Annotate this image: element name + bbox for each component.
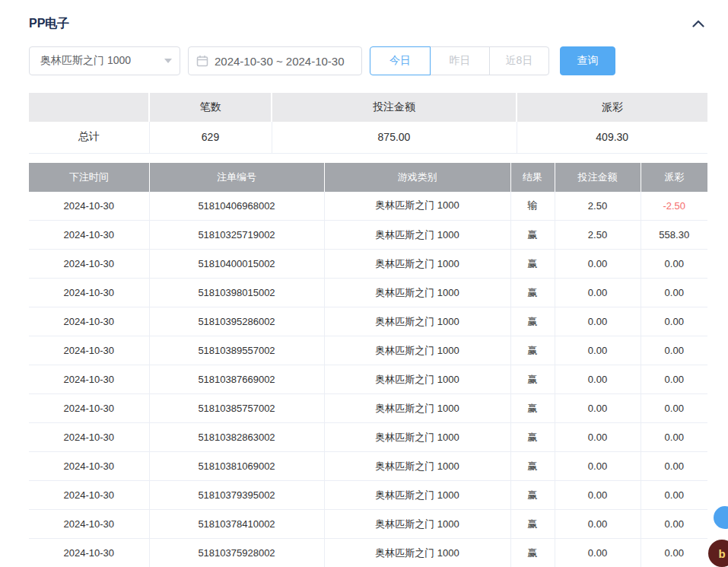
game-type-cell: 奥林匹斯之门 1000 [324,394,510,423]
result-cell: 赢 [510,481,555,510]
order-number-cell: 51810406968002 [149,192,324,221]
table-row: 2024-10-3051810395286002奥林匹斯之门 1000赢0.00… [29,307,707,336]
table-row: 2024-10-3051810379395002奥林匹斯之门 1000赢0.00… [29,481,707,510]
bet-time-cell: 2024-10-30 [29,192,149,221]
bet-amount-cell: 2.50 [555,192,641,221]
game-type-cell: 奥林匹斯之门 1000 [324,510,510,539]
payout-cell: 0.00 [641,510,707,539]
table-row: 2024-10-3051810398015002奥林匹斯之门 1000赢0.00… [29,279,707,307]
game-type-cell: 奥林匹斯之门 1000 [324,221,510,250]
result-cell: 赢 [510,279,555,307]
table-row: 2024-10-3051810400015002奥林匹斯之门 1000赢0.00… [29,250,707,279]
payout-cell: 0.00 [641,394,707,423]
game-type-cell: 奥林匹斯之门 1000 [324,307,510,336]
payout-cell: -2.50 [641,192,707,221]
order-number-cell: 51810389557002 [149,336,324,365]
summary-table: 笔数 投注金额 派彩 总计 629 875.00 409.30 [29,93,707,154]
bet-amount-cell: 0.00 [555,481,641,510]
bet-time-cell: 2024-10-30 [29,279,149,307]
bet-time-cell: 2024-10-30 [29,539,149,567]
bet-amount-cell: 0.00 [555,279,641,307]
bet-time-cell: 2024-10-30 [29,510,149,539]
result-cell: 赢 [510,452,555,481]
header-game-type: 游戏类别 [324,163,510,192]
floating-brand-label: b [718,547,725,560]
bet-time-cell: 2024-10-30 [29,307,149,336]
game-select[interactable]: 奥林匹斯之门 1000 [29,46,180,75]
result-cell: 输 [510,192,555,221]
table-row: 2024-10-3051810382863002奥林匹斯之门 1000赢0.00… [29,423,707,452]
order-number-cell: 51810387669002 [149,365,324,394]
order-number-cell: 51810325719002 [149,221,324,250]
last-8-days-button[interactable]: 近8日 [489,46,549,75]
result-cell: 赢 [510,307,555,336]
report-panel: PP电子 奥林匹斯之门 1000 2024-10-30 ~ 2024-10-30… [0,0,728,567]
result-cell: 赢 [510,510,555,539]
summary-total-row: 总计 629 875.00 409.30 [29,122,707,153]
quick-date-group: 今日 昨日 近8日 [370,46,549,75]
game-type-cell: 奥林匹斯之门 1000 [324,279,510,307]
order-number-cell: 51810378410002 [149,510,324,539]
header-payout: 派彩 [641,163,707,192]
table-row: 2024-10-3051810325719002奥林匹斯之门 1000赢2.50… [29,221,707,250]
bet-amount-cell: 0.00 [555,423,641,452]
total-bet-amount-cell: 875.00 [272,122,517,153]
result-cell: 赢 [510,336,555,365]
order-number-cell: 51810385757002 [149,394,324,423]
game-type-cell: 奥林匹斯之门 1000 [324,452,510,481]
collapse-panel-button[interactable] [692,20,707,27]
payout-cell: 558.30 [641,221,707,250]
header-order-number: 注单编号 [149,163,324,192]
date-range-input[interactable]: 2024-10-30 ~ 2024-10-30 [188,46,362,75]
payout-cell: 0.00 [641,250,707,279]
bet-time-cell: 2024-10-30 [29,221,149,250]
total-label: 总计 [29,122,149,153]
bet-time-cell: 2024-10-30 [29,394,149,423]
bet-time-cell: 2024-10-30 [29,481,149,510]
order-number-cell: 51810400015002 [149,250,324,279]
payout-cell: 0.00 [641,539,707,567]
payout-cell: 0.00 [641,481,707,510]
bet-time-cell: 2024-10-30 [29,365,149,394]
bet-amount-cell: 0.00 [555,250,641,279]
result-cell: 赢 [510,365,555,394]
table-row: 2024-10-3051810385757002奥林匹斯之门 1000赢0.00… [29,394,707,423]
order-number-cell: 51810379395002 [149,481,324,510]
bet-amount-cell: 0.00 [555,365,641,394]
panel-header: PP电子 [29,14,707,33]
search-button[interactable]: 查询 [560,46,615,75]
bet-records-table: 下注时间 注单编号 游戏类别 结果 投注金额 派彩 2024-10-305181… [29,163,707,567]
bet-table-body: 2024-10-3051810406968002奥林匹斯之门 1000输2.50… [29,192,707,567]
result-cell: 赢 [510,539,555,567]
game-select-value: 奥林匹斯之门 1000 [40,54,131,68]
bet-amount-cell: 0.00 [555,307,641,336]
table-row: 2024-10-3051810378410002奥林匹斯之门 1000赢0.00… [29,510,707,539]
summary-header-payout: 派彩 [517,93,707,122]
total-payout-cell: 409.30 [517,122,707,153]
game-type-cell: 奥林匹斯之门 1000 [324,336,510,365]
result-cell: 赢 [510,423,555,452]
today-button[interactable]: 今日 [370,46,431,75]
payout-cell: 0.00 [641,279,707,307]
chevron-up-icon [692,20,704,27]
date-range-value: 2024-10-30 ~ 2024-10-30 [215,55,345,68]
game-type-cell: 奥林匹斯之门 1000 [324,365,510,394]
bet-amount-cell: 0.00 [555,452,641,481]
bet-time-cell: 2024-10-30 [29,423,149,452]
table-row: 2024-10-3051810387669002奥林匹斯之门 1000赢0.00… [29,365,707,394]
game-type-cell: 奥林匹斯之门 1000 [324,539,510,567]
payout-cell: 0.00 [641,365,707,394]
result-cell: 赢 [510,394,555,423]
calendar-icon [196,55,208,67]
result-cell: 赢 [510,221,555,250]
summary-header-empty [29,93,149,122]
filter-bar: 奥林匹斯之门 1000 2024-10-30 ~ 2024-10-30 今日 昨… [29,46,707,75]
payout-cell: 0.00 [641,336,707,365]
header-bet-amount: 投注金额 [555,163,641,192]
order-number-cell: 51810398015002 [149,279,324,307]
table-row: 2024-10-3051810381069002奥林匹斯之门 1000赢0.00… [29,452,707,481]
bet-time-cell: 2024-10-30 [29,336,149,365]
game-type-cell: 奥林匹斯之门 1000 [324,192,510,221]
total-count-cell: 629 [149,122,272,153]
yesterday-button[interactable]: 昨日 [430,46,490,75]
